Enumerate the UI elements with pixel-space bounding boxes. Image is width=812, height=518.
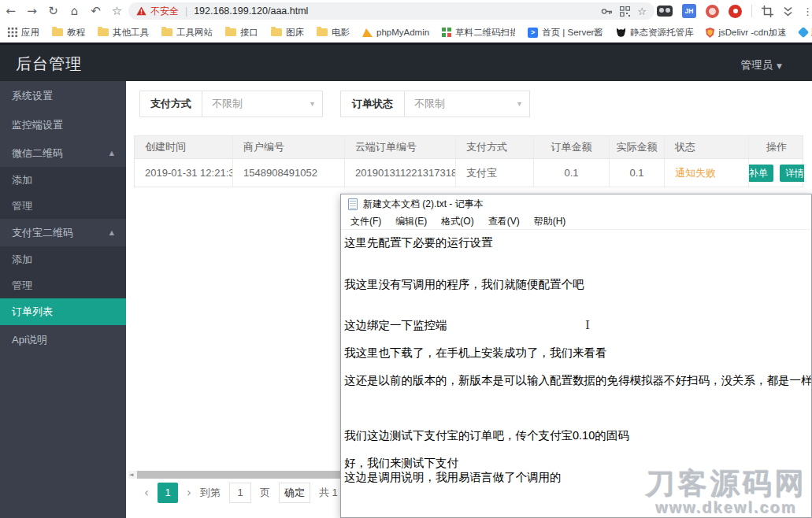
text-line (344, 333, 811, 347)
menu-edit[interactable]: 编辑(E) (388, 215, 434, 228)
admin-header: 后台管理 管理员▼ (0, 43, 812, 81)
home-icon[interactable]: ⌂ (64, 0, 85, 22)
crop-icon[interactable] (762, 6, 773, 17)
browser-menu-icon[interactable]: ⋮ (803, 6, 812, 17)
text-line: 这里先配置下必要的运行设置 (344, 236, 811, 250)
user-menu[interactable]: 管理员▼ (741, 58, 782, 72)
details-button[interactable]: 详情 (780, 165, 804, 182)
filter-value: 不限制 (212, 98, 243, 109)
bookmark-label: 教程 (67, 27, 85, 39)
next-page-button[interactable]: › (187, 486, 191, 500)
column-header: 订单金额 (534, 136, 610, 158)
bookmark-static-repo[interactable]: 静态资源托管库 (616, 27, 694, 39)
text-line (344, 416, 811, 430)
sidebar-group-alipay-qr[interactable]: 支付宝二维码 ▲ (0, 219, 126, 246)
page-jump-input[interactable]: 1 (229, 483, 251, 503)
filter-select-order-status[interactable]: 不限制 ▾ (404, 91, 530, 117)
bookmark-phpmyadmin[interactable]: phpMyAdmin (362, 28, 429, 37)
notepad-titlebar[interactable]: 新建文本文档 (2).txt - 记事本 (341, 194, 811, 213)
prev-page-button[interactable]: ‹ (144, 486, 149, 500)
folder-icon (161, 28, 172, 36)
bookmark-folder[interactable]: 电影 (317, 27, 350, 39)
notepad-menubar: 文件(F) 编辑(E) 格式(O) 查看(V) 帮助(H) (341, 213, 811, 230)
watermark-title: 刀客源码网 (646, 469, 807, 500)
current-page-button[interactable]: 1 (158, 483, 178, 503)
column-header: 支付方式 (456, 136, 534, 158)
bookmark-qr-scanner[interactable]: 草料二维码扫描器-利 (442, 27, 515, 39)
notepad-title: 新建文本文档 (2).txt - 记事本 (363, 198, 484, 211)
key-icon[interactable] (601, 8, 613, 15)
sidebar-item-order-list[interactable]: 订单列表 (0, 298, 126, 325)
text-line: 这边绑定一下监控端 (344, 319, 811, 333)
shield-icon (706, 28, 714, 38)
sidebar-group-wechat-qr[interactable]: 微信二维码 ▲ (0, 139, 126, 167)
scroll-left-icon[interactable]: ◄ (129, 471, 133, 479)
sidebar-item-alipay-manage[interactable]: 管理 (0, 272, 126, 298)
folder-icon (271, 28, 282, 36)
column-header: 实际金额 (610, 136, 665, 158)
ring-extension-icon[interactable] (706, 5, 719, 18)
menu-view[interactable]: 查看(V) (481, 215, 527, 228)
bookmark-label: 其他工具 (113, 27, 149, 39)
folder-icon (317, 28, 328, 36)
sidebar-item-wechat-manage[interactable]: 管理 (0, 193, 126, 219)
undo-icon[interactable]: ↶ (85, 0, 106, 22)
text-line (344, 388, 811, 402)
sidebar-item-api-docs[interactable]: Api说明 (0, 325, 126, 354)
star-toolbar-icon[interactable]: ☆ (106, 0, 128, 22)
watermark: 刀客源码网 www.dkewl.com (646, 469, 807, 516)
security-warning-label[interactable]: 不安全 (150, 5, 179, 18)
collapse-arrow-icon: ▲ (109, 139, 114, 167)
text-line: 我们这边测试下支付宝的订单吧，传个支付宝0.10的固码 (344, 429, 811, 443)
sidebar-item-alipay-add[interactable]: 添加 (0, 246, 126, 272)
sidebar-item-monitor-settings[interactable]: 监控端设置 (0, 110, 126, 139)
reload-icon[interactable]: ↻ (43, 0, 64, 22)
dropdown-arrow-icon: ▾ (310, 91, 314, 117)
bookmark-label: 图床 (286, 27, 304, 39)
extensions-row: JH ⋮ (657, 0, 812, 22)
column-header: 商户编号 (233, 136, 345, 158)
back-icon[interactable]: ← (0, 0, 21, 22)
text-line: 我这里没有写调用的程序，我们就随便配置个吧 (344, 278, 811, 292)
menu-help[interactable]: 帮助(H) (527, 215, 573, 228)
menu-file[interactable]: 文件(F) (343, 215, 388, 228)
confirm-button[interactable]: 确定 (279, 483, 310, 503)
bookmark-jsdelivr[interactable]: jsDelivr -cdn加速 (706, 27, 786, 39)
double-chevron-down-icon[interactable] (783, 6, 793, 17)
cell-merchant-no: 1548908491052 (233, 159, 345, 187)
qr-code-icon[interactable] (620, 6, 630, 17)
bookmark-folder[interactable]: 工具网站 (161, 27, 213, 39)
filter-label-order-status: 订单状态 (340, 91, 405, 117)
cell-created-time: 2019-01-31 12:21:31 (135, 159, 233, 187)
jh-extension-icon[interactable]: JH (682, 4, 696, 18)
forward-icon[interactable]: → (21, 0, 43, 22)
jump-suffix-label: 页 (260, 486, 270, 500)
address-bar[interactable]: 不安全 | 192.168.199.120/aaa.html ☆ (128, 2, 654, 20)
reissue-button[interactable]: 补单 (749, 165, 773, 182)
folder-icon (52, 28, 63, 36)
filter-value: 不限制 (414, 98, 445, 109)
menu-format[interactable]: 格式(O) (434, 215, 480, 228)
bookmark-folder[interactable]: 教程 (52, 27, 85, 39)
bookmark-folder[interactable]: 其他工具 (98, 27, 149, 39)
sidebar-item-wechat-add[interactable]: 添加 (0, 167, 126, 193)
screen: ← → ↻ ⌂ ↶ ☆ 不安全 | 192.168.199.120/aaa.ht… (0, 0, 812, 518)
bookmarks-bar: 应用 教程 其他工具 工具网站 接口 图床 电影 phpMyAdmin 草料二维… (0, 22, 812, 43)
bookmark-apps[interactable]: 应用 (8, 27, 39, 39)
url-text[interactable]: 192.168.199.120/aaa.html (194, 6, 308, 17)
text-line (344, 305, 811, 320)
bookmark-folder[interactable]: 接口 (225, 27, 258, 39)
sidebar-group-label: 支付宝二维码 (12, 227, 73, 239)
filter-select-pay-method[interactable]: 不限制 ▾ (202, 91, 323, 117)
bookmark-folder[interactable]: 图床 (271, 27, 304, 39)
sidebar-item-system-settings[interactable]: 系统设置 (0, 81, 126, 110)
bookmark-star-icon[interactable]: ☆ (637, 6, 647, 17)
orders-table: 创建时间 商户编号 云端订单编号 支付方式 订单金额 实际金额 状态 操作 20… (134, 135, 803, 187)
pagination: ‹ 1 › 到第 1 页 确定 共 1 条 (144, 483, 350, 503)
record-extension-icon[interactable] (729, 5, 742, 18)
jump-prefix-label: 到第 (200, 486, 221, 500)
bookmark-tencent-class[interactable]: 腾讯课堂 (799, 27, 812, 39)
bookmark-server-chan[interactable]: >首页 | Server酱 (528, 27, 603, 39)
glasses-extension-icon[interactable] (657, 6, 673, 17)
bookmark-label: 草料二维码扫描器-利 (455, 27, 515, 39)
